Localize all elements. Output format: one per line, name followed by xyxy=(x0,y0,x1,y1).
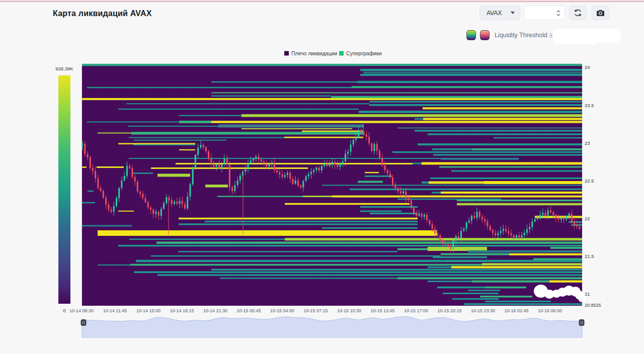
svg-text:Суперграфики: Суперграфики xyxy=(346,50,382,56)
svg-text:10-15 23:30: 10-15 23:30 xyxy=(471,308,495,313)
svg-text:21.5: 21.5 xyxy=(585,253,594,259)
svg-text:24: 24 xyxy=(585,64,590,70)
svg-text:10-15 00:45: 10-15 00:45 xyxy=(236,308,261,313)
svg-text:10-16 06:00: 10-16 06:00 xyxy=(538,308,562,313)
svg-text:23.5: 23.5 xyxy=(585,103,594,108)
svg-text:22: 22 xyxy=(585,216,590,221)
svg-text:10-15 13:45: 10-15 13:45 xyxy=(370,308,394,313)
svg-text:10-14 08:30: 10-14 08:30 xyxy=(69,308,94,313)
svg-text:10-15 07:15: 10-15 07:15 xyxy=(303,308,328,313)
svg-text:20.8525: 20.8525 xyxy=(585,303,601,308)
svg-text:10-15 17:00: 10-15 17:00 xyxy=(404,308,428,313)
svg-text:10-15 20:15: 10-15 20:15 xyxy=(437,308,461,313)
svg-text:10-14 15:00: 10-14 15:00 xyxy=(136,308,160,313)
svg-text:Плечо ликвидации: Плечо ликвидации xyxy=(291,50,337,56)
svg-text:10-16 02:45: 10-16 02:45 xyxy=(504,308,528,313)
svg-text:23: 23 xyxy=(585,140,590,146)
svg-text:10-15 10:30: 10-15 10:30 xyxy=(337,308,361,313)
svg-text:10-14 21:30: 10-14 21:30 xyxy=(203,308,227,313)
svg-text:10-15 04:00: 10-15 04:00 xyxy=(270,308,294,313)
svg-text:22.5: 22.5 xyxy=(585,178,594,184)
svg-text:928.39K: 928.39K xyxy=(55,66,73,71)
svg-text:10-14 18:15: 10-14 18:15 xyxy=(170,308,194,313)
svg-text:0: 0 xyxy=(63,308,65,313)
svg-text:10-14 11:45: 10-14 11:45 xyxy=(103,308,127,313)
